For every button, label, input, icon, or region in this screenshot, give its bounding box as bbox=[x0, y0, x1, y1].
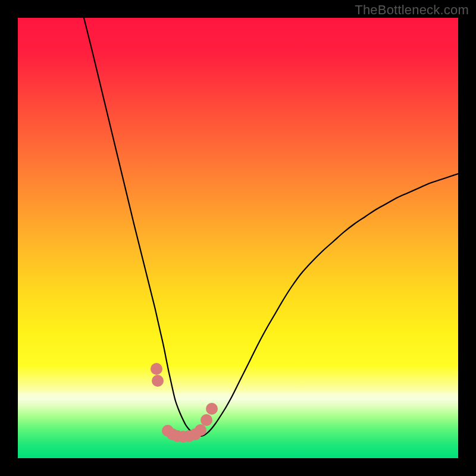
markers-group bbox=[151, 363, 218, 443]
data-marker bbox=[206, 403, 218, 415]
data-marker bbox=[151, 363, 162, 375]
data-marker bbox=[201, 414, 212, 426]
curve-path bbox=[84, 18, 458, 436]
attribution-text: TheBottleneck.com bbox=[355, 2, 469, 18]
plot-frame bbox=[18, 18, 458, 458]
data-marker bbox=[152, 375, 164, 387]
bottleneck-curve bbox=[18, 18, 458, 458]
data-marker bbox=[195, 424, 206, 436]
